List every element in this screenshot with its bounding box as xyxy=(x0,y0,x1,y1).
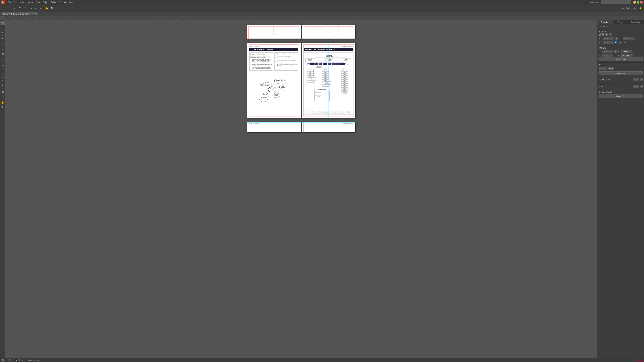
page-size-select[interactable]: A4 xyxy=(598,33,604,36)
margin-top-input[interactable] xyxy=(602,50,613,53)
margin-left-input[interactable] xyxy=(621,54,633,57)
menu-layout[interactable]: Layout xyxy=(26,1,34,4)
margin-bottom-icon: ⬇ xyxy=(598,54,601,56)
tool-polygon[interactable]: ⬡ xyxy=(0,72,5,77)
tool-rect-tb[interactable]: ▭ xyxy=(0,63,5,67)
tool-type-tb[interactable]: T xyxy=(0,47,5,52)
grids-options-icon[interactable]: ⊕ xyxy=(640,78,643,81)
tab-close-icon[interactable]: ✕ xyxy=(34,13,36,15)
bottom-chapter-right: Chapter 1 - Introducing PAPE xyxy=(302,122,355,125)
tool-ellipse-tb[interactable]: ⬭ xyxy=(0,67,5,72)
document-section: Document A4 ▯ ▭ W: 🔗 H: Facing Pages xyxy=(597,29,644,46)
tool-gradient[interactable]: ▦ xyxy=(0,89,5,94)
svg-text:Resting: Resting xyxy=(324,69,327,70)
item-6: (6) Comparing measures of exhaustion and… xyxy=(275,61,298,66)
adjust-layout-button[interactable]: Adjust Layout xyxy=(598,57,643,61)
rulers-grids-section: Rulers & Grids ⊞ ⊟ ⊕ xyxy=(597,77,644,83)
margins-section: Margins ⬆ 🔗 ➡ ⬇ ⬅ Adjust Layout xyxy=(597,46,644,62)
svg-point-54 xyxy=(262,93,269,98)
tool-selection[interactable]: ↖ xyxy=(0,21,5,25)
menu-window[interactable]: Window xyxy=(57,1,67,4)
search-input[interactable] xyxy=(601,0,631,4)
menu-view[interactable]: View xyxy=(18,1,26,4)
guides-icon-2[interactable]: ⊟ xyxy=(636,85,639,88)
link-dimensions-icon[interactable]: 🔗 xyxy=(615,37,618,40)
rulers-grids-label: Rulers & Grids xyxy=(598,79,611,81)
document-tab[interactable]: PAPE-WR-General-Draft.indd 113% ✕ xyxy=(1,12,38,15)
svg-text:Adaptation: Adaptation xyxy=(262,99,265,100)
import-file-button[interactable]: Import File xyxy=(598,94,643,98)
svg-text:Stage 9: Stage 9 xyxy=(344,88,346,89)
svg-text:3 Recoveries: 3 Recoveries xyxy=(317,66,321,67)
maximize-button[interactable] xyxy=(636,1,639,4)
panel-tab-properties[interactable]: Properties xyxy=(597,20,613,24)
tool-zoom[interactable]: 🔍 xyxy=(50,6,54,10)
no-selection-section: No Selection xyxy=(597,24,644,29)
margin-bottom-input[interactable] xyxy=(602,54,613,57)
svg-text:Stage 5: Stage 5 xyxy=(324,80,327,81)
tool-pencil[interactable]: ✏ xyxy=(0,41,5,45)
margin-right-input[interactable] xyxy=(621,50,632,53)
page-number-input[interactable] xyxy=(598,67,607,70)
tool-line[interactable]: / xyxy=(23,6,28,10)
current-page[interactable]: ◀ xyxy=(16,359,17,361)
tool-pen[interactable]: ✏ xyxy=(12,6,17,10)
tool-hand[interactable]: ✋ xyxy=(44,6,49,10)
view-mode-btn[interactable]: ⊞ xyxy=(632,6,637,10)
svg-text:(e.g. Hyper-ventilation): (e.g. Hyper-ventilation) xyxy=(308,79,314,80)
canvas-area[interactable]: Chapter 1 - Introducing PAPE 1.2 PAPE FR… xyxy=(5,20,597,358)
rulers-icon[interactable]: ⊞ xyxy=(633,78,636,81)
tool-line-tb[interactable]: ╱ xyxy=(0,58,5,62)
tool-direct-select-tb[interactable]: ↗ xyxy=(0,25,5,30)
tool-direct-select[interactable]: ↗ xyxy=(7,6,12,10)
tool-type-path[interactable]: Ⓣ xyxy=(0,52,5,56)
guides-icon-3[interactable]: ⊕ xyxy=(640,85,643,88)
error-indicator[interactable]: 5 errors xyxy=(635,359,643,361)
tool-content-collector[interactable]: ⊕ xyxy=(0,83,5,87)
grids-icon[interactable]: ⊟ xyxy=(636,78,639,81)
facing-pages-checkbox[interactable] xyxy=(615,41,617,43)
edit-page-button[interactable]: Edit Page xyxy=(598,71,643,75)
svg-text:Assessment: Assessment xyxy=(340,63,344,64)
width-input[interactable] xyxy=(602,37,614,40)
tool-pen-tb[interactable]: ✒ xyxy=(0,36,5,41)
tool-hand-tb[interactable]: ✋ xyxy=(0,100,5,105)
close-button[interactable] xyxy=(640,1,643,4)
tool-ellipse[interactable]: ○ xyxy=(34,6,38,10)
tool-scissors[interactable]: ✂ xyxy=(39,6,44,10)
svg-text:SAME: SAME xyxy=(328,59,331,60)
page-forward[interactable]: ▶ xyxy=(22,359,23,361)
tool-select[interactable]: ↖ xyxy=(1,6,6,10)
menu-help[interactable]: Help xyxy=(67,1,74,4)
page-nav-prev[interactable]: ◀ xyxy=(608,67,611,70)
menu-object[interactable]: Object xyxy=(41,1,50,4)
tool-zoom-tb[interactable]: 🔍 xyxy=(0,105,5,109)
height-input[interactable] xyxy=(602,41,614,44)
link-margins-icon[interactable]: 🔗 xyxy=(614,50,617,53)
page-orientation-landscape[interactable]: ▭ xyxy=(609,33,612,36)
tool-gap[interactable]: ⟺ xyxy=(0,30,5,34)
svg-text:HR, RR, RP: HR, RR, RP xyxy=(316,94,320,94)
page-orientation-portrait[interactable]: ▯ xyxy=(605,33,608,36)
guides-icon-1[interactable]: ⊞ xyxy=(633,85,636,88)
svg-text:Stage 1: Stage 1 xyxy=(324,72,327,73)
menu-file[interactable]: File xyxy=(6,1,12,4)
menu-edit[interactable]: Edit xyxy=(12,1,18,4)
page-number[interactable]: 2 xyxy=(19,359,20,361)
total-pages[interactable]: 14 xyxy=(9,359,11,361)
menu-table[interactable]: Table xyxy=(50,1,57,4)
tool-color[interactable]: ⬛ xyxy=(0,94,5,98)
menu-type[interactable]: Type xyxy=(34,1,41,4)
height-input-linked[interactable] xyxy=(623,37,634,40)
panel-tab-pages[interactable]: Pages xyxy=(613,20,628,24)
zoom-level[interactable]: 75% xyxy=(1,359,5,361)
panel-tab-cc-libraries[interactable]: CC Libraries xyxy=(628,20,644,24)
svg-text:Stage 2: Stage 2 xyxy=(309,74,312,75)
left-page: Chapter 1 - Introducing PAPE 1.2 PAPE FR… xyxy=(247,43,301,118)
preflight-btn[interactable]: ⚡ xyxy=(638,6,643,10)
minimize-button[interactable] xyxy=(633,1,636,4)
tool-type[interactable]: T xyxy=(18,6,22,10)
tool-scissors-tb[interactable]: ✂ xyxy=(0,78,5,83)
page-nav-next[interactable]: ▶ xyxy=(611,67,614,70)
tool-rect[interactable]: ▭ xyxy=(28,6,33,10)
